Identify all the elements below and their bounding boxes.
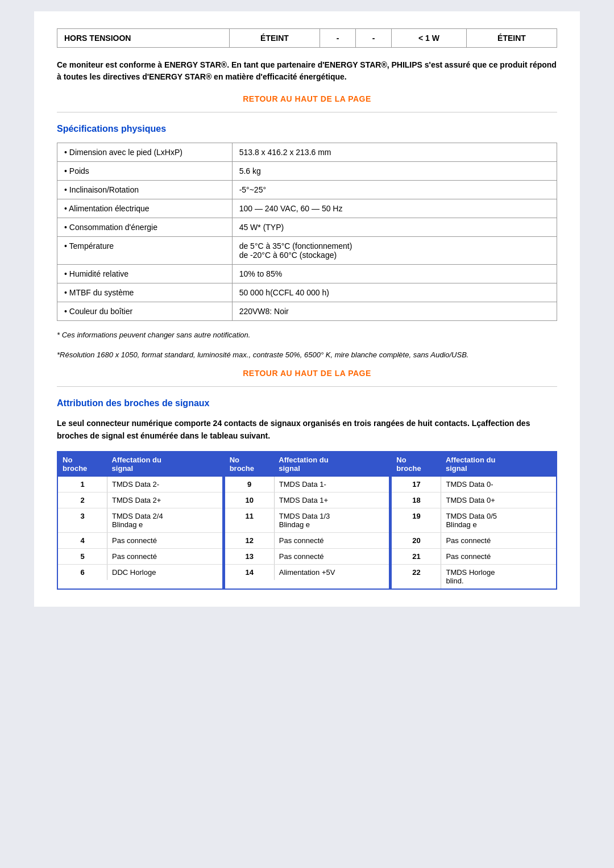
- physical-specs-title: Spécifications physiques: [57, 124, 557, 134]
- spec-label: • Alimentation électrique: [57, 199, 233, 218]
- specs-row: • Humidité relative10% to 85%: [57, 265, 557, 283]
- signal-no: 22: [392, 564, 441, 589]
- specs-row: • Dimension avec le pied (LxHxP)513.8 x …: [57, 143, 557, 162]
- signal-row: 19TMDS Data 0/5Blindag e: [392, 508, 556, 532]
- signal-value: TMDS Data 0-: [441, 476, 556, 492]
- signal-value: DDC Horloge: [107, 564, 222, 580]
- signal-no: 1: [58, 476, 107, 492]
- power-col4: -: [356, 29, 392, 48]
- spec-value: 100 — 240 VAC, 60 — 50 Hz: [232, 199, 557, 218]
- signal-no: 11: [225, 508, 275, 532]
- signal-row: 3TMDS Data 2/4Blindag e: [58, 508, 222, 532]
- spec-value: 5.6 kg: [232, 162, 557, 181]
- signal-col-no-header: No broche: [225, 452, 275, 477]
- signal-no: 17: [392, 476, 441, 492]
- specs-row: • Alimentation électrique100 — 240 VAC, …: [57, 199, 557, 218]
- signal-col-signal-header: Affectation dusignal: [441, 452, 556, 477]
- signal-col-no-header: No broche: [392, 452, 441, 477]
- signal-row: 2TMDS Data 2+: [58, 492, 222, 508]
- page-container: HORS TENSIOON ÉTEINT - - < 1 W ÉTEINT Ce…: [34, 11, 580, 607]
- spec-label: • Humidité relative: [57, 265, 233, 283]
- signal-no: 20: [392, 532, 441, 548]
- signal-value: TMDS Data 1-: [274, 476, 389, 492]
- power-col5: < 1 W: [392, 29, 467, 48]
- signal-no: 14: [225, 564, 275, 580]
- divider-1: [57, 112, 557, 112]
- specs-row: • MTBF du système50 000 h(CCFL 40 000 h): [57, 283, 557, 302]
- spec-label: • Inclinaison/Rotation: [57, 181, 233, 199]
- signal-no: 2: [58, 492, 107, 508]
- signal-table: No brocheAffectation dusignal1TMDS Data …: [58, 452, 222, 580]
- attribution-title: Attribution des broches de signaux: [57, 398, 557, 408]
- footnote-1: * Ces informations peuvent changer sans …: [57, 329, 557, 341]
- signal-row: 20Pas connecté: [392, 532, 556, 548]
- signal-value: Pas connecté: [441, 532, 556, 548]
- signal-value: Pas connecté: [274, 548, 389, 564]
- signal-row: 14Alimentation +5V: [225, 564, 389, 580]
- signal-value: Alimentation +5V: [274, 564, 389, 580]
- signal-no: 9: [225, 476, 275, 492]
- signal-no: 13: [225, 548, 275, 564]
- spec-label: • MTBF du système: [57, 283, 233, 302]
- signal-row: 6DDC Horloge: [58, 564, 222, 580]
- signal-row: 21Pas connecté: [392, 548, 556, 564]
- signal-col-no-header: No broche: [58, 452, 107, 477]
- footnote-2: *Résolution 1680 x 1050, format standard…: [57, 349, 557, 361]
- signal-row: 13Pas connecté: [225, 548, 389, 564]
- signal-row: 11TMDS Data 1/3Blindag e: [225, 508, 389, 532]
- signal-col-signal-header: Affectation dusignal: [107, 452, 222, 477]
- spec-label: • Poids: [57, 162, 233, 181]
- signal-section: No brocheAffectation dusignal1TMDS Data …: [57, 451, 223, 590]
- signal-row: 9TMDS Data 1-: [225, 476, 389, 492]
- specs-row: • Consommation d'énergie45 W* (TYP): [57, 218, 557, 237]
- signal-no: 21: [392, 548, 441, 564]
- signal-table: No brocheAffectation dusignal17TMDS Data…: [392, 452, 556, 589]
- power-col2: ÉTEINT: [229, 29, 320, 48]
- spec-value: de 5°C à 35°C (fonctionnement)de -20°C à…: [232, 237, 557, 265]
- signal-value: TMDS Data 2/4Blindag e: [107, 508, 222, 532]
- signal-no: 10: [225, 492, 275, 508]
- signal-row: 1TMDS Data 2-: [58, 476, 222, 492]
- specs-row: • Inclinaison/Rotation-5°~25°: [57, 181, 557, 199]
- signal-table: No brocheAffectation dusignal9TMDS Data …: [225, 452, 389, 580]
- signal-row: 4Pas connecté: [58, 532, 222, 548]
- signal-row: 22TMDS Horlogeblind.: [392, 564, 556, 589]
- signal-value: TMDS Data 0/5Blindag e: [441, 508, 556, 532]
- power-mode-label: HORS TENSIOON: [57, 29, 230, 48]
- signal-value: Pas connecté: [107, 532, 222, 548]
- specs-row: • Couleur du boîtier220VW8: Noir: [57, 302, 557, 321]
- power-col3: -: [320, 29, 355, 48]
- signal-no: 4: [58, 532, 107, 548]
- specs-row: • Poids5.6 kg: [57, 162, 557, 181]
- return-link-1[interactable]: RETOUR AU HAUT DE LA PAGE: [57, 94, 557, 103]
- signal-no: 19: [392, 508, 441, 532]
- signal-row: 12Pas connecté: [225, 532, 389, 548]
- spec-value: 10% to 85%: [232, 265, 557, 283]
- return-link-2[interactable]: RETOUR AU HAUT DE LA PAGE: [57, 369, 557, 378]
- energy-star-text: Ce moniteur est conforme à ENERGY STAR®.…: [57, 59, 557, 83]
- spec-value: 50 000 h(CCFL 40 000 h): [232, 283, 557, 302]
- signal-no: 18: [392, 492, 441, 508]
- signal-section: No brocheAffectation dusignal17TMDS Data…: [390, 451, 557, 590]
- signal-row: 5Pas connecté: [58, 548, 222, 564]
- signal-value: TMDS Data 1/3Blindag e: [274, 508, 389, 532]
- signal-value: TMDS Data 0+: [441, 492, 556, 508]
- signal-value: Pas connecté: [274, 532, 389, 548]
- signal-col-signal-header: Affectation dusignal: [274, 452, 389, 477]
- signal-value: Pas connecté: [441, 548, 556, 564]
- signal-no: 6: [58, 564, 107, 580]
- signal-value: TMDS Data 2-: [107, 476, 222, 492]
- spec-value: 45 W* (TYP): [232, 218, 557, 237]
- signal-value: TMDS Data 2+: [107, 492, 222, 508]
- spec-value: -5°~25°: [232, 181, 557, 199]
- signal-value: Pas connecté: [107, 548, 222, 564]
- power-table: HORS TENSIOON ÉTEINT - - < 1 W ÉTEINT: [57, 28, 557, 48]
- signal-section: No brocheAffectation dusignal9TMDS Data …: [223, 451, 391, 590]
- attribution-section: Attribution des broches de signaux Le se…: [57, 398, 557, 590]
- specs-table: • Dimension avec le pied (LxHxP)513.8 x …: [57, 143, 557, 321]
- physical-specs-section: Spécifications physiques • Dimension ave…: [57, 124, 557, 360]
- spec-label: • Température: [57, 237, 233, 265]
- spec-value: 513.8 x 416.2 x 213.6 mm: [232, 143, 557, 162]
- signal-value: TMDS Horlogeblind.: [441, 564, 556, 589]
- signal-row: 18TMDS Data 0+: [392, 492, 556, 508]
